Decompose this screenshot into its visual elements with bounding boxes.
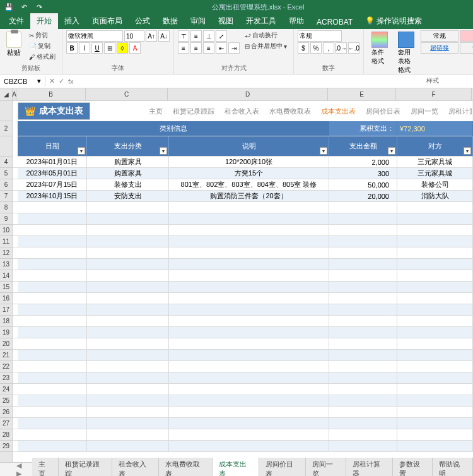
col-desc[interactable]: 说明▾	[169, 136, 329, 157]
align-center-icon[interactable]: ≡	[190, 42, 202, 54]
enter-icon[interactable]: ✓	[59, 77, 64, 85]
row-header[interactable]	[0, 101, 12, 121]
cell-desc[interactable]: 801室、802室、803室、804室、805室 装修	[169, 179, 329, 191]
row-header[interactable]: 20	[0, 338, 12, 350]
tab-layout[interactable]: 页面布局	[86, 13, 129, 29]
row-header[interactable]: 17	[0, 304, 12, 316]
comma-icon[interactable]: ,	[323, 42, 334, 54]
col-category[interactable]: 支出分类▾	[87, 136, 169, 157]
row-header[interactable]: 7	[0, 191, 12, 202]
table-row[interactable]	[13, 418, 473, 429]
sheet-nav[interactable]: ◀ ▶	[13, 461, 32, 477]
chevron-down-icon[interactable]: ▾	[37, 77, 41, 85]
cell-party[interactable]: 装修公司	[397, 179, 473, 191]
table-row[interactable]	[13, 327, 473, 338]
row-header[interactable]: 29	[0, 441, 12, 452]
filter-icon[interactable]: ▾	[160, 147, 167, 155]
select-all-corner[interactable]: ◢	[0, 88, 12, 101]
table-row[interactable]	[13, 236, 473, 247]
cell-amount[interactable]: 50,000	[329, 179, 397, 191]
number-format-select[interactable]	[298, 30, 342, 42]
fill-color-button[interactable]: ◊	[117, 42, 128, 54]
col-header[interactable]: B	[16, 88, 86, 100]
style-calculation[interactable]: 计算	[460, 42, 473, 54]
table-row[interactable]	[13, 407, 473, 418]
row-header[interactable]: 18	[0, 316, 12, 327]
increase-decimal-icon[interactable]: .0→	[336, 42, 347, 54]
copy-button[interactable]: 📄 复制	[26, 41, 58, 51]
row-header[interactable]: 19	[0, 327, 12, 338]
row-header[interactable]: 4	[0, 157, 12, 168]
row-header[interactable]: 26	[0, 407, 12, 418]
row-header[interactable]: 25	[0, 395, 12, 407]
tab-search[interactable]: 💡 操作说明搜索	[359, 13, 428, 29]
cell-party[interactable]: 三元家具城	[397, 157, 473, 168]
italic-button[interactable]: I	[79, 42, 90, 54]
cut-button[interactable]: ✂ 剪切	[26, 30, 58, 40]
col-header[interactable]: C	[86, 88, 168, 100]
cell-date[interactable]: 2023年01月01日	[18, 157, 87, 168]
filter-icon[interactable]: ▾	[320, 147, 327, 155]
merge-center-button[interactable]: ⊟ 合并后居中 ▾	[242, 41, 289, 51]
table-row[interactable]	[13, 316, 473, 327]
table-format-button[interactable]: 套用表格格式	[394, 30, 418, 76]
table-row[interactable]	[13, 202, 473, 213]
tab-insert[interactable]: 插入	[58, 13, 86, 29]
table-row[interactable]	[13, 293, 473, 304]
filter-icon[interactable]: ▾	[78, 147, 85, 155]
table-row[interactable]: 2023年01月01日 购置家具 120*200床10张 2,000 三元家具城	[13, 157, 473, 168]
cell-desc[interactable]: 120*200床10张	[169, 157, 329, 168]
col-amount[interactable]: 支出金额▾	[329, 136, 397, 157]
table-row[interactable]	[13, 372, 473, 384]
percent-icon[interactable]: %	[310, 42, 322, 54]
align-middle-icon[interactable]: ≡	[190, 30, 202, 42]
tab-home[interactable]: 开始	[30, 13, 58, 29]
tab-data[interactable]: 数据	[156, 13, 184, 29]
border-button[interactable]: ⊞	[104, 42, 115, 54]
row-header[interactable]: 22	[0, 361, 12, 372]
decrease-decimal-icon[interactable]: ←.0	[348, 42, 359, 54]
table-row[interactable]	[13, 361, 473, 372]
paste-button[interactable]: 粘贴	[4, 30, 24, 59]
table-row[interactable]	[13, 225, 473, 236]
tab-view[interactable]: 视图	[212, 13, 240, 29]
row-header[interactable]: 12	[0, 247, 12, 259]
name-box[interactable]: CBZCB▾	[0, 76, 45, 86]
cell-amount[interactable]: 300	[329, 168, 397, 179]
col-header[interactable]: D	[168, 88, 328, 100]
row-header[interactable]: 21	[0, 350, 12, 361]
table-row[interactable]	[13, 429, 473, 441]
decrease-font-icon[interactable]: A↓	[158, 30, 170, 42]
row-header[interactable]: 5	[0, 168, 12, 179]
col-header[interactable]: E	[328, 88, 396, 100]
align-right-icon[interactable]: ≡	[203, 42, 214, 54]
font-color-button[interactable]: A	[129, 42, 141, 54]
row-header[interactable]: 10	[0, 225, 12, 236]
table-row[interactable]	[13, 270, 473, 282]
row-header[interactable]: 9	[0, 213, 12, 225]
style-bad[interactable]: 差	[460, 30, 473, 42]
filter-icon[interactable]: ▾	[388, 147, 395, 155]
align-left-icon[interactable]: ≡	[178, 42, 189, 54]
row-header[interactable]: 23	[0, 372, 12, 384]
align-bottom-icon[interactable]: ⊥	[203, 30, 214, 42]
orientation-icon[interactable]: ⤢	[216, 30, 227, 42]
cell-amount[interactable]: 2,000	[329, 157, 397, 168]
row-header[interactable]: 6	[0, 179, 12, 191]
table-row[interactable]	[13, 350, 473, 361]
cell-desc[interactable]: 方凳15个	[169, 168, 329, 179]
row-header[interactable]: 16	[0, 293, 12, 304]
row-header[interactable]: 27	[0, 418, 12, 429]
tab-review[interactable]: 审阅	[184, 13, 212, 29]
table-row[interactable]	[13, 259, 473, 270]
table-row[interactable]	[13, 304, 473, 316]
indent-icon[interactable]: ⇤	[216, 42, 227, 54]
undo-icon[interactable]: ↶	[18, 1, 30, 13]
cell-category[interactable]: 安防支出	[87, 191, 169, 202]
table-row[interactable]	[13, 338, 473, 350]
row-header[interactable]: 15	[0, 282, 12, 293]
wrap-text-button[interactable]: ⮐ 自动换行	[242, 30, 289, 40]
conditional-format-button[interactable]: 条件格式	[368, 30, 392, 67]
currency-icon[interactable]: $	[298, 42, 309, 54]
cell-date[interactable]: 2023年10月15日	[18, 191, 87, 202]
